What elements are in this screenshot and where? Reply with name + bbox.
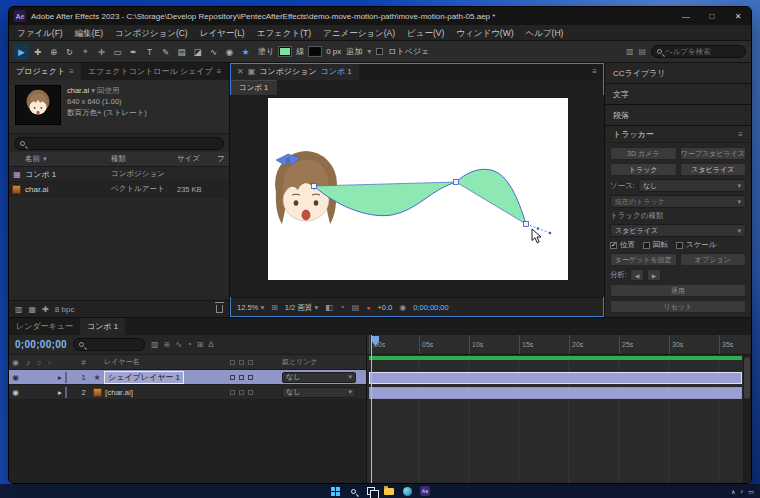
- composition-viewer[interactable]: [230, 95, 604, 297]
- current-time-indicator[interactable]: [371, 335, 372, 484]
- tool-button[interactable]: ∿: [206, 44, 221, 60]
- layer-duration-bar[interactable]: [369, 387, 742, 399]
- layer-switches[interactable]: [226, 390, 282, 395]
- menu-item[interactable]: エフェクト(T): [251, 25, 317, 41]
- workspace-icon-b[interactable]: ▤: [638, 47, 646, 56]
- tool-button[interactable]: ↻: [62, 44, 77, 60]
- options-button[interactable]: オプション: [680, 253, 747, 266]
- taskbar-search-button[interactable]: [348, 486, 358, 496]
- tool-button[interactable]: T: [142, 44, 157, 60]
- bezier-handle-dot[interactable]: [549, 232, 552, 235]
- tool-button[interactable]: ▭: [110, 44, 125, 60]
- lock-column-icon[interactable]: ▫: [44, 358, 55, 367]
- project-bit-depth[interactable]: 8 bpc: [55, 305, 75, 314]
- tracker-button[interactable]: トラック: [610, 163, 677, 176]
- menu-item[interactable]: ウィンドウ(W): [450, 25, 519, 41]
- frame-blend-icon[interactable]: ◔: [187, 340, 192, 349]
- analyze-forward-button[interactable]: ▶: [647, 269, 661, 281]
- region-of-interest-icon[interactable]: ◔: [340, 303, 345, 312]
- file-explorer-button[interactable]: [384, 486, 394, 496]
- layer-row[interactable]: ◉ ▸ 2 [char.ai] なし▾: [9, 385, 366, 400]
- tracker-button[interactable]: スタビライズ: [680, 163, 747, 176]
- mask-visibility-icon[interactable]: ◧: [325, 303, 333, 312]
- checkbox[interactable]: [676, 242, 683, 249]
- timeline-tab[interactable]: コンポ 1: [80, 318, 125, 335]
- new-folder-icon[interactable]: ▦: [29, 305, 37, 314]
- edge-button[interactable]: [402, 486, 412, 496]
- interpret-footage-icon[interactable]: ▥: [15, 305, 23, 314]
- project-search-box[interactable]: [14, 137, 224, 150]
- minimize-button[interactable]: —: [673, 7, 699, 25]
- layer-duration-bar[interactable]: [369, 372, 742, 384]
- after-effects-taskbar-button[interactable]: Ae: [420, 486, 430, 496]
- snapshot-camera-icon[interactable]: ◉: [399, 303, 406, 312]
- menu-item[interactable]: 編集(E): [69, 25, 109, 41]
- timeline-tracks[interactable]: :00s05s10s15s20s25s30s35s: [367, 335, 751, 484]
- footage-dropdown-icon[interactable]: ▾: [91, 86, 95, 95]
- tool-button[interactable]: ✛: [94, 44, 109, 60]
- current-time-display[interactable]: 0;00;00;00: [15, 339, 67, 350]
- tracker-checkbox[interactable]: 位置: [610, 240, 635, 250]
- layer-name[interactable]: [char.ai]: [104, 388, 226, 397]
- lock-icon[interactable]: ▣: [248, 67, 256, 76]
- tracks-scrollbar[interactable]: [743, 355, 751, 484]
- layer-switches[interactable]: [226, 375, 282, 380]
- tracker-button[interactable]: 3D カメラ: [610, 147, 677, 160]
- fill-color-swatch[interactable]: [279, 47, 291, 56]
- column-name[interactable]: 名前 ▼: [25, 154, 111, 164]
- layer-name[interactable]: シェイプレイヤー 1: [104, 371, 184, 384]
- label-color-swatch[interactable]: [65, 387, 67, 398]
- panel-menu-icon[interactable]: ≡: [585, 63, 604, 80]
- composition-canvas[interactable]: [268, 98, 568, 280]
- close-button[interactable]: ✕: [725, 7, 751, 25]
- tool-button[interactable]: ✚: [30, 44, 45, 60]
- tool-button[interactable]: ◪: [190, 44, 205, 60]
- tool-button[interactable]: ✎: [158, 44, 173, 60]
- rotobezier-checkbox[interactable]: [376, 48, 383, 55]
- shy-icon[interactable]: ∿: [175, 340, 182, 349]
- tracker-checkbox[interactable]: 回転: [643, 240, 668, 250]
- layer-name-column-header[interactable]: レイヤー名: [104, 357, 226, 367]
- menu-item[interactable]: コンポジション(C): [109, 25, 194, 41]
- menu-item[interactable]: レイヤー(L): [194, 25, 251, 41]
- composition-miniflow-icon[interactable]: ▥: [151, 340, 159, 349]
- exposure-icon[interactable]: ●: [366, 304, 370, 311]
- panel-menu-icon[interactable]: ≡: [69, 67, 74, 76]
- checkbox[interactable]: [610, 242, 617, 249]
- draft3d-icon[interactable]: ≋: [163, 340, 170, 349]
- menu-item[interactable]: アニメーション(A): [317, 25, 401, 41]
- add-dropdown-icon[interactable]: ▾: [367, 47, 371, 56]
- tool-button[interactable]: ◉: [222, 44, 237, 60]
- help-search-box[interactable]: [651, 45, 746, 58]
- comp-mini-tab[interactable]: コンポ 1: [230, 80, 277, 95]
- stroke-color-swatch[interactable]: [309, 47, 321, 56]
- tray-volume-icon[interactable]: ♪: [740, 488, 743, 494]
- graph-editor-icon[interactable]: ∆: [208, 340, 213, 349]
- exposure-value[interactable]: +0.0: [377, 303, 392, 312]
- collapsed-panel-header[interactable]: 段落: [605, 105, 751, 125]
- expander-icon[interactable]: ▸: [55, 373, 65, 382]
- parent-link-column-header[interactable]: 親とリンク: [282, 357, 366, 367]
- resolution-select[interactable]: 1/2 画質 ▾: [285, 303, 318, 313]
- panel-menu-icon[interactable]: ≡: [738, 130, 743, 139]
- current-track-select[interactable]: 現在のトラック▾: [610, 195, 746, 208]
- layer-visibility-icon[interactable]: ◉: [9, 373, 22, 382]
- panel-menu-icon[interactable]: ≡: [217, 67, 222, 76]
- time-ruler[interactable]: :00s05s10s15s20s25s30s35s: [367, 335, 751, 355]
- motion-path-shape[interactable]: [312, 169, 552, 234]
- task-view-button[interactable]: [366, 486, 376, 496]
- menu-item[interactable]: ヘルプ(H): [520, 25, 570, 41]
- motion-blur-icon[interactable]: ⊞: [197, 340, 204, 349]
- timeline-search-input[interactable]: [87, 340, 137, 349]
- timeline-tab[interactable]: レンダーキュー: [9, 318, 80, 335]
- label-color-swatch[interactable]: [65, 372, 67, 383]
- scrollbar-thumb[interactable]: [744, 357, 750, 399]
- new-composition-icon[interactable]: ✚: [42, 305, 49, 314]
- column-extra[interactable]: フ: [217, 154, 229, 164]
- composition-tab[interactable]: ✕ ▣ コンポジション コンポ 1: [230, 63, 359, 80]
- edit-target-button[interactable]: ターゲットを設定: [610, 253, 677, 266]
- collapsed-panel-header[interactable]: CCライブラリ: [605, 63, 751, 83]
- grid-guides-icon[interactable]: ⊞: [271, 303, 278, 312]
- tracker-button[interactable]: ワープスタビライズ: [680, 147, 747, 160]
- column-type[interactable]: 種類: [111, 154, 177, 164]
